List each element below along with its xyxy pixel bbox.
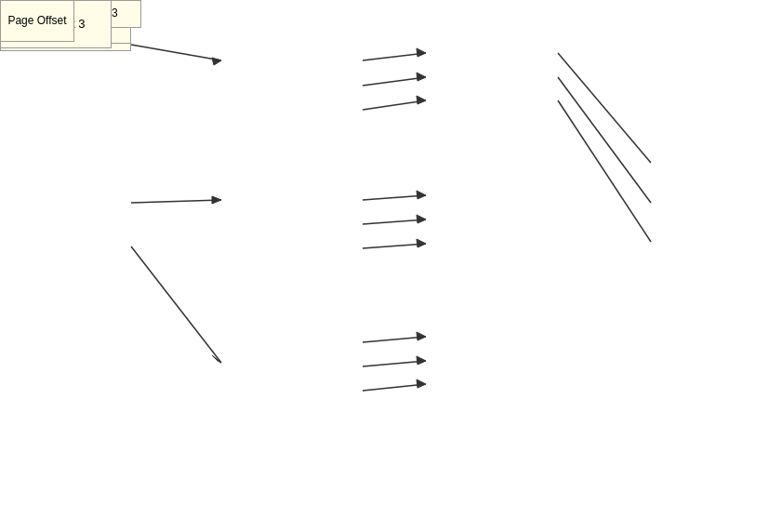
svg-line-4 — [131, 246, 221, 363]
svg-marker-21 — [417, 356, 426, 365]
svg-marker-11 — [417, 96, 426, 104]
svg-marker-9 — [417, 73, 426, 81]
svg-line-25 — [558, 77, 651, 203]
svg-marker-7 — [417, 48, 426, 57]
svg-marker-19 — [417, 332, 426, 340]
svg-line-6 — [363, 53, 426, 60]
svg-line-16 — [363, 244, 426, 248]
svg-line-0 — [131, 45, 221, 60]
svg-marker-15 — [417, 215, 426, 223]
svg-line-8 — [363, 77, 426, 86]
svg-line-26 — [558, 100, 651, 242]
address-page-offset: Page Offset — [0, 0, 74, 42]
svg-line-2 — [131, 200, 221, 203]
svg-line-20 — [363, 361, 426, 366]
svg-marker-5 — [212, 355, 221, 363]
svg-line-24 — [558, 53, 651, 163]
svg-marker-17 — [417, 239, 426, 247]
svg-marker-1 — [212, 58, 221, 65]
svg-marker-13 — [417, 191, 426, 199]
svg-line-18 — [363, 337, 426, 342]
svg-line-14 — [363, 219, 426, 224]
svg-line-10 — [363, 100, 426, 110]
svg-marker-3 — [212, 196, 221, 204]
svg-line-22 — [363, 384, 426, 391]
svg-marker-23 — [417, 379, 426, 388]
diagram-container: Page Table Entry 1 Page Table Entry 2 Pa… — [0, 0, 782, 532]
svg-line-12 — [363, 195, 426, 200]
arrows-layer — [0, 0, 782, 532]
